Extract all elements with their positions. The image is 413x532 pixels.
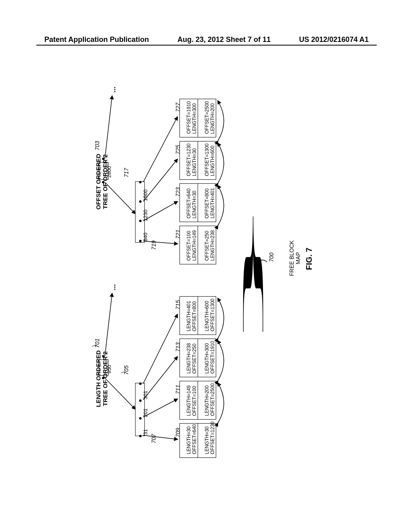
svg-point-21 (139, 220, 142, 222)
svg-line-15 (105, 182, 135, 214)
curly-brace-icon: } (240, 181, 264, 367)
svg-line-16 (143, 241, 177, 244)
figure-7: LENGTH ORDERED TREE OF ORDER 2 950 701 3… (0, 56, 413, 500)
svg-line-7 (143, 314, 177, 384)
page-header: Patent Application Publication Aug. 23, … (0, 35, 413, 46)
header-row: Patent Application Publication Aug. 23, … (0, 35, 413, 45)
free-block-map-caption: FREE BLOCK MAP (288, 240, 301, 276)
svg-line-6 (143, 357, 177, 400)
svg-point-8 (139, 435, 142, 437)
svg-line-14 (105, 96, 112, 159)
svg-line-4 (143, 435, 177, 439)
header-center: Aug. 23, 2012 Sheet 7 of 11 (177, 35, 271, 44)
offset-tree-edges (97, 81, 258, 322)
svg-line-5 (143, 399, 177, 417)
svg-point-22 (139, 200, 142, 203)
header-right: US 2012/0216074 A1 (299, 35, 369, 44)
figure-number: FIG. 7 (305, 247, 314, 270)
svg-line-17 (143, 202, 177, 221)
svg-line-19 (143, 117, 177, 182)
svg-point-23 (139, 181, 142, 183)
svg-point-10 (139, 399, 142, 402)
svg-point-9 (139, 417, 142, 420)
svg-point-20 (139, 240, 142, 242)
header-left: Patent Application Publication (44, 35, 149, 44)
header-rule (36, 45, 377, 46)
svg-line-18 (143, 159, 177, 202)
page: Patent Application Publication Aug. 23, … (0, 0, 413, 532)
ref-700-tick (258, 254, 274, 270)
svg-line-3 (105, 378, 135, 409)
svg-point-11 (139, 382, 142, 385)
